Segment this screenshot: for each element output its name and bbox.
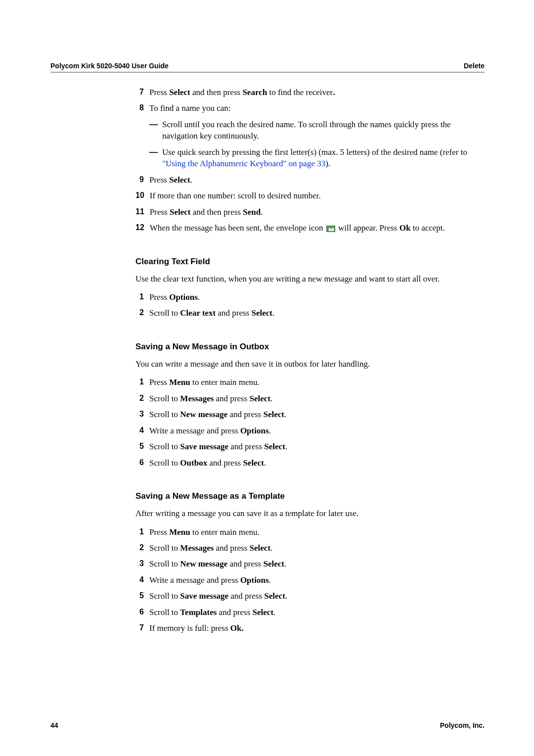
step-item: 1Press Menu to enter main menu. xyxy=(135,377,483,388)
instruction-text: . xyxy=(285,442,287,451)
instruction-text: to enter main menu. xyxy=(190,527,260,537)
section-heading: Clearing Text Field xyxy=(135,257,483,267)
step-item: 1Press Menu to enter main menu. xyxy=(135,526,483,538)
instruction-text: Ok xyxy=(400,223,411,233)
step-body: Write a message and press Options. xyxy=(149,574,483,586)
step-item: 8To find a name you can: xyxy=(135,102,483,114)
instruction-text: New message xyxy=(180,559,227,568)
instruction-text: Select xyxy=(263,559,284,568)
step-number: 9 xyxy=(135,174,149,186)
step-body: If memory is full: press Ok. xyxy=(149,622,483,634)
instruction-text: Scroll to xyxy=(149,442,180,451)
instruction-text: Send xyxy=(243,207,261,217)
step-item: 11Press Select and then press Send. xyxy=(135,206,483,218)
instruction-text: Select xyxy=(169,88,190,97)
page-header: Polycom Kirk 5020-5040 User Guide Delete xyxy=(50,62,485,73)
instruction-text: and press xyxy=(227,559,263,568)
instruction-text: . xyxy=(285,591,287,601)
instruction-text: . xyxy=(272,308,274,318)
step-body: When the message has been sent, the enve… xyxy=(150,222,483,234)
instruction-text: Scroll to xyxy=(149,458,180,468)
substep-body: Scroll until you reach the desired name.… xyxy=(162,119,483,142)
step-item: 4Write a message and press Options. xyxy=(135,425,483,436)
step-number: 4 xyxy=(135,425,149,436)
step-body: Scroll to Messages and press Select. xyxy=(149,393,483,404)
instruction-text: Clear text xyxy=(180,308,216,318)
instruction-text: and press xyxy=(214,394,249,403)
instruction-text: If more than one number: scroll to desir… xyxy=(150,191,321,200)
step-body: Press Select. xyxy=(149,174,483,186)
instruction-text: Scroll to xyxy=(149,543,180,553)
step-item: 9Press Select. xyxy=(135,174,483,186)
section-heading: Saving a New Message as a Template xyxy=(135,491,483,501)
step-number: 5 xyxy=(135,441,149,452)
instruction-text: Options xyxy=(169,292,198,302)
instruction-text: Scroll to xyxy=(149,394,180,403)
step-number: 5 xyxy=(135,590,149,602)
substep-marker: — xyxy=(149,119,162,142)
instruction-text: ). xyxy=(325,159,330,168)
section-intro: After writing a message you can save it … xyxy=(135,508,483,519)
instruction-text: . xyxy=(261,207,263,217)
instruction-text: Press xyxy=(149,175,169,185)
step-number: 1 xyxy=(135,377,149,388)
instruction-text: Select xyxy=(263,410,284,419)
instruction-text: . xyxy=(198,292,200,302)
step-body: Scroll to New message and press Select. xyxy=(149,558,483,569)
instruction-text: Messages xyxy=(180,394,214,403)
instruction-text: Use quick search by pressing the first l… xyxy=(162,147,467,157)
step-item: 3Scroll to New message and press Select. xyxy=(135,409,483,420)
step-body: Press Select and then press Search to fi… xyxy=(149,87,483,98)
page-number: 44 xyxy=(50,721,58,729)
instruction-text: and then press xyxy=(190,207,243,217)
step-body: Press Menu to enter main menu. xyxy=(149,377,483,388)
instruction-text: will appear. Press xyxy=(336,223,400,233)
instruction-text: and press xyxy=(214,543,249,553)
step-body: To find a name you can: xyxy=(149,102,483,114)
step-body: Scroll to Clear text and press Select. xyxy=(149,307,483,319)
step-body: Scroll to Templates and press Select. xyxy=(149,607,483,618)
instruction-text: . xyxy=(284,559,286,568)
step-item: 1Press Options. xyxy=(135,291,483,303)
step-item: 2Scroll to Messages and press Select. xyxy=(135,393,483,404)
step-number: 4 xyxy=(135,574,149,586)
step-item: 6Scroll to Templates and press Select. xyxy=(135,607,483,618)
step-item: 4Write a message and press Options. xyxy=(135,574,483,586)
instruction-text: Select xyxy=(264,591,285,601)
main-content: 7Press Select and then press Search to f… xyxy=(135,87,483,634)
instruction-text: to find the receiver xyxy=(267,88,333,97)
step-body: Scroll to Outbox and press Select. xyxy=(149,457,483,469)
instruction-text: . xyxy=(270,394,272,403)
header-guide-title: Polycom Kirk 5020-5040 User Guide xyxy=(50,62,169,70)
cross-reference-link[interactable]: "Using the Alphanumeric Keyboard" on pag… xyxy=(162,159,325,168)
section-intro: You can write a message and then save it… xyxy=(135,358,483,370)
instruction-text: Select xyxy=(243,458,264,468)
instruction-text: Press xyxy=(149,88,169,97)
instruction-text: . xyxy=(269,426,271,435)
instruction-text: Search xyxy=(242,88,267,97)
step-number: 7 xyxy=(135,622,149,634)
step-body: Press Options. xyxy=(149,291,483,303)
instruction-text: Press xyxy=(150,207,170,217)
step-number: 7 xyxy=(135,87,149,98)
instruction-text: Scroll to xyxy=(149,608,180,617)
instruction-text: Select xyxy=(264,442,285,451)
instruction-text: to enter main menu. xyxy=(190,378,260,387)
instruction-text: Select xyxy=(253,608,273,617)
instruction-text: If memory is full: press xyxy=(149,623,230,633)
step-item: 2Scroll to Messages and press Select. xyxy=(135,542,483,554)
instruction-text: Scroll until you reach the desired name.… xyxy=(162,120,450,141)
instruction-text: . xyxy=(269,575,271,585)
instruction-text: Select xyxy=(250,543,270,553)
instruction-text: and press xyxy=(228,442,264,451)
instruction-text: and press xyxy=(227,410,263,419)
envelope-icon xyxy=(326,226,335,232)
step-item: 5Scroll to Save message and press Select… xyxy=(135,441,483,452)
instruction-text: Write a message and press xyxy=(149,426,240,435)
instruction-text: to accept. xyxy=(410,223,445,233)
step-number: 2 xyxy=(135,307,149,319)
instruction-text: . xyxy=(190,175,192,185)
instruction-text: and press xyxy=(219,608,253,617)
substep-item: —Use quick search by pressing the first … xyxy=(149,146,483,170)
instruction-text: Press xyxy=(149,378,169,387)
